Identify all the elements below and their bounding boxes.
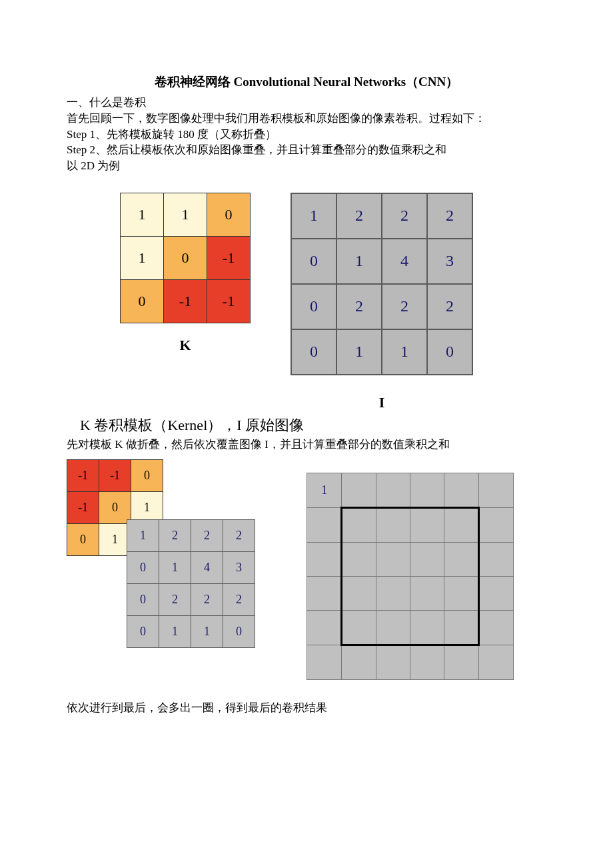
image-matrix: 1222014302220110	[291, 193, 473, 375]
kernel-image-row: 11010-10-1-1 K 1222014302220110 I	[67, 193, 546, 411]
kernel-flip-cell: 0	[67, 523, 99, 555]
image-cell: 0	[291, 239, 336, 284]
image-cell: 2	[382, 193, 427, 239]
result-cell	[342, 576, 376, 610]
result-cell	[444, 507, 479, 542]
title: 卷积神经网络 Convolutional Neural Networks（CNN…	[67, 73, 546, 91]
p1: 一、什么是卷积	[67, 95, 546, 111]
result-cell	[342, 473, 376, 507]
p3: Step 1、先将模板旋转 180 度（又称折叠）	[67, 127, 546, 143]
result-cell	[307, 542, 342, 576]
kernel-matrix: 11010-10-1-1	[120, 193, 251, 323]
p6: 先对模板 K 做折叠，然后依次覆盖图像 I，并且计算重叠部分的数值乘积之和	[67, 437, 546, 453]
image-cell: 2	[427, 193, 472, 239]
image-cell: 0	[291, 284, 336, 329]
image-small-cell: 2	[191, 583, 223, 615]
result-cell	[376, 645, 410, 679]
image-small-cell: 3	[223, 551, 255, 583]
kernel-cell: 1	[121, 236, 164, 279]
overlap-left: -1-10-101011 1222014302220110	[67, 459, 267, 659]
result-cell	[410, 576, 444, 610]
kernel-cell: -1	[164, 279, 207, 323]
result-cell	[479, 542, 514, 576]
kernel-cell: 1	[121, 193, 164, 236]
result-cell	[342, 542, 376, 576]
result-cell	[479, 507, 514, 542]
image-cell: 2	[336, 284, 382, 329]
result-cell	[410, 610, 444, 645]
image-label: I	[291, 394, 473, 411]
image-cell: 4	[382, 239, 427, 284]
image-small-cell: 0	[127, 551, 159, 583]
p5: 以 2D 为例	[67, 158, 546, 174]
image-small-cell: 4	[191, 551, 223, 583]
kernel-cell: -1	[207, 279, 251, 323]
kernel-flip-cell: -1	[67, 459, 99, 491]
result-cell	[410, 507, 444, 542]
image-small-cell: 0	[223, 615, 255, 647]
result-cell	[376, 610, 410, 645]
kernel-flip-cell: -1	[67, 491, 99, 523]
result-cell	[479, 473, 514, 507]
image-cell: 2	[427, 284, 472, 329]
image-cell: 1	[382, 329, 427, 375]
result-cell	[410, 645, 444, 679]
image-small-cell: 2	[191, 519, 223, 551]
overlap-row: -1-10-101011 1222014302220110 1	[67, 459, 546, 680]
result-cell	[444, 473, 479, 507]
image-small-cell: 0	[127, 615, 159, 647]
image-small-cell: 1	[127, 519, 159, 551]
image-small-cell: 1	[159, 551, 191, 583]
kernel-cell: 0	[164, 236, 207, 279]
result-cell	[479, 576, 514, 610]
image-column: 1222014302220110 I	[291, 193, 473, 411]
result-cell	[376, 542, 410, 576]
kernel-flip-cell: 0	[131, 459, 163, 491]
kernel-cell: 0	[121, 279, 164, 323]
p4: Step 2、然后让模板依次和原始图像重叠，并且计算重叠部分的数值乘积之和	[67, 142, 546, 158]
kernel-label: K	[120, 337, 251, 354]
kernel-cell: 0	[207, 193, 251, 236]
result-cell: 1	[307, 473, 342, 507]
result-cell	[307, 576, 342, 610]
image-small-cell: 2	[159, 519, 191, 551]
result-cell	[376, 576, 410, 610]
kernel-flip-cell: -1	[99, 459, 131, 491]
image-small-cell: 2	[223, 583, 255, 615]
result-cell	[479, 610, 514, 645]
result-cell	[376, 507, 410, 542]
result-cell	[444, 542, 479, 576]
result-wrap: 1	[306, 473, 514, 680]
result-cell	[479, 645, 514, 679]
result-cell	[410, 473, 444, 507]
result-cell	[410, 542, 444, 576]
image-cell: 0	[291, 329, 336, 375]
image-cell: 1	[336, 239, 382, 284]
p2: 首先回顾一下，数字图像处理中我们用卷积模板和原始图像的像素卷积。过程如下：	[67, 111, 546, 127]
result-matrix: 1	[306, 473, 514, 680]
image-cell: 0	[427, 329, 472, 375]
image-small-matrix: 1222014302220110	[127, 519, 255, 648]
result-cell	[342, 645, 376, 679]
result-cell	[307, 507, 342, 542]
result-cell	[444, 645, 479, 679]
kernel-image-desc: K 卷积模板（Kernel），I 原始图像	[80, 415, 546, 435]
result-cell	[307, 610, 342, 645]
image-small-cell: 1	[159, 615, 191, 647]
image-cell: 1	[291, 193, 336, 239]
result-cell	[342, 610, 376, 645]
image-small-cell: 2	[223, 519, 255, 551]
result-cell	[376, 473, 410, 507]
image-cell: 3	[427, 239, 472, 284]
image-small-cell: 2	[159, 583, 191, 615]
kernel-cell: 1	[164, 193, 207, 236]
result-cell	[342, 507, 376, 542]
image-cell: 2	[336, 193, 382, 239]
kernel-cell: -1	[207, 236, 251, 279]
result-cell	[444, 576, 479, 610]
kernel-column: 11010-10-1-1 K	[120, 193, 251, 354]
image-small-cell: 1	[191, 615, 223, 647]
image-small-cell: 0	[127, 583, 159, 615]
result-cell	[307, 645, 342, 679]
page: 卷积神经网络 Convolutional Neural Networks（CNN…	[0, 0, 613, 743]
